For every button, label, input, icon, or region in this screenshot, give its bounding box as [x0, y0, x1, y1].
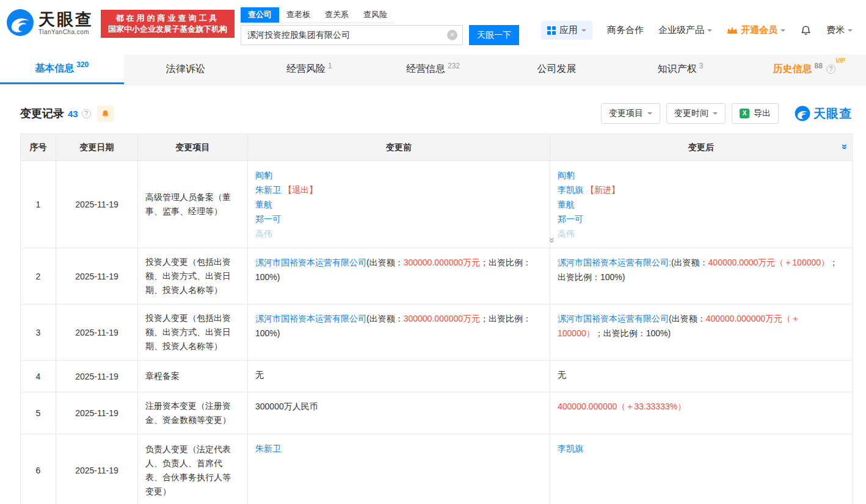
vip-badge: VIP [835, 57, 845, 64]
entity-link[interactable]: 漯河市国裕资本运营有限公司 [255, 314, 366, 323]
change-item: 高级管理人员备案（董事、监事、经理等） [138, 161, 248, 248]
filter-change-item-dropdown[interactable]: 变更项目 [601, 103, 660, 124]
entity-link[interactable]: 董航 [558, 200, 575, 209]
search-tab-boss[interactable]: 查老板 [279, 7, 318, 23]
tab-intellectual-property[interactable]: 知识产权 3 [619, 54, 743, 84]
entity-link[interactable]: 朱新卫 [255, 185, 281, 195]
tianyancha-logo[interactable]: 天眼查 TianYanCha.com [6, 9, 93, 37]
help-icon[interactable]: ? [826, 65, 835, 74]
search-tab-relation[interactable]: 查关系 [318, 7, 356, 23]
entity-link[interactable]: 郑一可 [558, 214, 583, 224]
user-menu[interactable]: 费米 [826, 24, 853, 36]
after-line: 李凯旗 【新进】 [558, 182, 843, 197]
column-header: 变更日期 [56, 134, 138, 161]
caret-down-icon [647, 112, 652, 117]
nav-open-vip[interactable]: 开通会员 [727, 24, 785, 36]
section-count: 43 [68, 109, 78, 119]
before-value: 阎豹朱新卫 【退出】董航郑一可高伟» [248, 161, 550, 248]
value-text: 【退出】 [281, 185, 318, 195]
before-value: 无 [248, 361, 550, 392]
table-row: 22025-11-19投资人变更（包括出资额、出资方式、出资日期、投资人名称等）… [21, 248, 853, 304]
search-tabs: 查公司 查老板 查关系 查风险 [241, 7, 395, 23]
before-line: 漯河市国裕资本运营有限公司(出资额：300000.000000万元；出资比例：1… [255, 255, 541, 284]
value-text: 无 [255, 370, 264, 380]
entity-link[interactable]: 阎豹 [558, 170, 575, 180]
export-button[interactable]: X 导出 [732, 103, 779, 124]
after-line: 漯河市国裕资本运营有限公司(出资额：400000.000000万元（＋10000… [558, 311, 843, 340]
column-header: 变更后» [550, 134, 853, 161]
promo-line-2: 国家中小企业发展子基金旗下机构 [108, 24, 227, 35]
entity-link[interactable]: 李凯旗 [558, 185, 583, 195]
before-line: 董航 [255, 197, 541, 212]
before-value: 300000万人民币 [248, 392, 550, 434]
change-item: 章程备案 [138, 361, 248, 392]
after-value: 漯河市国裕资本运营有限公司(出资额：400000.000000万元（＋10000… [550, 304, 853, 361]
nav-enterprise[interactable]: 企业级产品 [658, 24, 712, 36]
entity-link[interactable]: 朱新卫 [255, 444, 281, 453]
filter-change-time-dropdown[interactable]: 变更时间 [666, 103, 726, 124]
tab-history-info[interactable]: VIP 历史信息 88 ? [742, 54, 866, 84]
before-line: 漯河市国裕资本运营有限公司(出资额：300000.000000万元；出资比例：1… [255, 311, 541, 340]
apps-menu[interactable]: 应用 [541, 21, 592, 40]
change-date: 2025-11-19 [56, 248, 138, 304]
nav-cooperation[interactable]: 商务合作 [607, 24, 644, 36]
value-text: 400000.000000（＋33.33333%） [558, 401, 686, 411]
search-tab-company[interactable]: 查公司 [241, 7, 279, 23]
notification-bell-icon[interactable] [800, 24, 812, 36]
entity-link[interactable]: 李凯旗 [558, 444, 583, 453]
after-value: 李凯旗 [550, 434, 853, 504]
search-tab-risk[interactable]: 查风险 [356, 7, 395, 23]
after-value: 阎豹李凯旗 【新进】董航郑一可高伟 [550, 161, 853, 248]
tab-count: 3 [699, 62, 704, 70]
tab-count: 320 [76, 60, 89, 69]
value-text: 300000.000000万元 [404, 314, 480, 323]
tab-legal-litigation[interactable]: 法律诉讼 [124, 54, 248, 84]
caret-down-icon [707, 29, 712, 34]
after-value: 400000.000000（＋33.33333%） [550, 392, 853, 434]
search-input[interactable] [241, 25, 463, 45]
value-text: 无 [558, 370, 566, 380]
help-icon[interactable]: ? [82, 109, 91, 118]
search-button[interactable]: 天眼一下 [469, 25, 519, 45]
column-header: 序号 [21, 134, 56, 161]
caret-down-icon [713, 112, 718, 117]
before-value: 漯河市国裕资本运营有限公司(出资额：300000.000000万元；出资比例：1… [248, 248, 550, 304]
excel-icon: X [740, 109, 749, 118]
entity-link[interactable]: 董航 [255, 200, 272, 209]
top-nav: 应用 商务合作 企业级产品 开通会员 费米 [541, 21, 853, 40]
content: 变更记录 43 ? 变更项目 变更时间 X 导出 [0, 103, 866, 504]
tab-company-development[interactable]: 公司发展 [495, 54, 619, 84]
entity-link[interactable]: 漯河市国裕资本运营有限公司 [255, 257, 366, 267]
table-row: 12025-11-19高级管理人员备案（董事、监事、经理等）阎豹朱新卫 【退出】… [21, 161, 853, 248]
subscribe-bell-icon[interactable] [97, 106, 114, 122]
tab-basic-info[interactable]: 基本信息 320 [0, 54, 124, 84]
change-item: 负责人变更（法定代表人、负责人、首席代表、合伙事务执行人等变更） [138, 434, 248, 504]
expand-all-icon[interactable]: » [838, 143, 850, 149]
row-index: 3 [21, 304, 56, 361]
entity-link[interactable]: 郑一可 [255, 214, 281, 224]
entity-link[interactable]: 漯河市国裕资本运营有限公司: [558, 257, 671, 267]
value-text: (出资额： [671, 257, 708, 267]
caret-down-icon [581, 29, 586, 34]
value-text: 400000.0000万元（＋100000） [708, 257, 829, 267]
change-date: 2025-11-19 [56, 392, 138, 434]
tab-count: 1 [328, 62, 332, 70]
change-item: 投资人变更（包括出资额、出资方式、出资日期、投资人名称等） [138, 248, 248, 304]
tab-count: 88 [815, 62, 823, 70]
value-text: 【新进】 [583, 185, 620, 195]
change-record-table: 序号变更日期变更项目变更前变更后»12025-11-19高级管理人员备案（董事、… [20, 134, 853, 504]
promo-line-1: 都在用的商业查询工具 [108, 13, 227, 24]
row-index: 5 [21, 392, 56, 434]
entity-link[interactable]: 漯河市国裕资本运营有限公司 [558, 314, 669, 323]
column-header-label: 变更项目 [176, 142, 210, 152]
clear-search-icon[interactable]: × [447, 30, 457, 40]
tab-operational-risk[interactable]: 经营风险 1 [247, 54, 371, 84]
table-row: 52025-11-19注册资本变更（注册资金、资金数额等变更）300000万人民… [21, 392, 853, 434]
tab-business-info[interactable]: 经营信息 232 [371, 54, 495, 84]
after-line: 阎豹 [558, 168, 843, 182]
value-text: (出资额： [366, 314, 404, 323]
entity-link[interactable]: 阎豹 [255, 170, 272, 180]
value-text: (出资额： [366, 257, 404, 267]
change-date: 2025-11-19 [56, 434, 138, 504]
after-value: 无 [550, 361, 853, 392]
